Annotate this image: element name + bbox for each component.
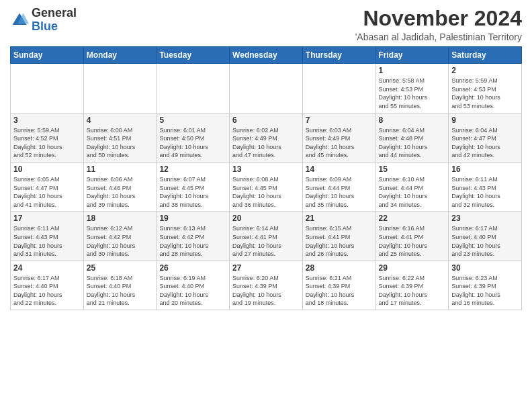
day-info: Sunrise: 6:10 AM Sunset: 4:44 PM Dayligh… [379, 175, 446, 209]
day-number: 8 [379, 116, 446, 125]
calendar-cell: 14Sunrise: 6:09 AM Sunset: 4:44 PM Dayli… [302, 162, 375, 211]
logo-blue: Blue [32, 19, 58, 33]
logo-icon [10, 11, 29, 30]
logo: General Blue [10, 7, 77, 34]
day-number: 2 [451, 66, 519, 75]
calendar-cell: 17Sunrise: 6:11 AM Sunset: 4:43 PM Dayli… [11, 212, 84, 261]
day-info: Sunrise: 6:18 AM Sunset: 4:40 PM Dayligh… [87, 274, 154, 308]
day-info: Sunrise: 6:12 AM Sunset: 4:42 PM Dayligh… [87, 224, 154, 258]
day-number: 15 [379, 165, 446, 174]
calendar-cell: 21Sunrise: 6:15 AM Sunset: 4:41 PM Dayli… [302, 212, 375, 261]
calendar-cell: 24Sunrise: 6:17 AM Sunset: 4:40 PM Dayli… [11, 261, 84, 310]
day-number: 30 [451, 263, 519, 273]
calendar-cell: 5Sunrise: 6:01 AM Sunset: 4:50 PM Daylig… [157, 113, 230, 162]
weekday-header-friday: Friday [375, 47, 449, 64]
calendar-cell: 30Sunrise: 6:23 AM Sunset: 4:39 PM Dayli… [449, 261, 522, 310]
calendar-cell: 25Sunrise: 6:18 AM Sunset: 4:40 PM Dayli… [83, 261, 157, 310]
day-info: Sunrise: 6:17 AM Sunset: 4:40 PM Dayligh… [13, 274, 81, 308]
calendar-cell: 29Sunrise: 6:22 AM Sunset: 4:39 PM Dayli… [375, 261, 449, 310]
day-info: Sunrise: 6:02 AM Sunset: 4:49 PM Dayligh… [232, 126, 300, 160]
calendar-cell: 6Sunrise: 6:02 AM Sunset: 4:49 PM Daylig… [230, 113, 303, 162]
calendar-cell: 3Sunrise: 5:59 AM Sunset: 4:52 PM Daylig… [11, 113, 84, 162]
day-info: Sunrise: 6:17 AM Sunset: 4:40 PM Dayligh… [451, 224, 519, 258]
logo-general: General [32, 6, 77, 19]
weekday-header-sunday: Sunday [11, 47, 84, 64]
day-info: Sunrise: 6:05 AM Sunset: 4:47 PM Dayligh… [13, 175, 81, 209]
day-info: Sunrise: 6:09 AM Sunset: 4:44 PM Dayligh… [306, 175, 373, 209]
day-number: 14 [306, 165, 373, 174]
day-info: Sunrise: 6:00 AM Sunset: 4:51 PM Dayligh… [87, 126, 154, 160]
calendar-cell: 8Sunrise: 6:04 AM Sunset: 4:48 PM Daylig… [375, 113, 449, 162]
calendar-cell: 13Sunrise: 6:08 AM Sunset: 4:45 PM Dayli… [230, 162, 303, 211]
month-title: November 2024 [355, 7, 522, 30]
weekday-header-saturday: Saturday [449, 47, 522, 64]
day-info: Sunrise: 5:58 AM Sunset: 4:53 PM Dayligh… [379, 77, 446, 110]
calendar-cell: 4Sunrise: 6:00 AM Sunset: 4:51 PM Daylig… [83, 113, 157, 162]
calendar-cell: 22Sunrise: 6:16 AM Sunset: 4:41 PM Dayli… [375, 212, 449, 261]
day-info: Sunrise: 6:04 AM Sunset: 4:48 PM Dayligh… [379, 126, 446, 160]
calendar-cell [83, 64, 157, 113]
day-number: 7 [306, 116, 373, 125]
day-number: 1 [379, 66, 446, 75]
day-number: 20 [232, 214, 300, 223]
day-number: 26 [159, 263, 226, 273]
calendar-cell: 18Sunrise: 6:12 AM Sunset: 4:42 PM Dayli… [83, 212, 157, 261]
day-number: 17 [13, 214, 81, 223]
calendar: SundayMondayTuesdayWednesdayThursdayFrid… [10, 46, 522, 310]
day-number: 3 [13, 116, 81, 125]
day-info: Sunrise: 6:13 AM Sunset: 4:42 PM Dayligh… [159, 224, 226, 258]
calendar-cell: 7Sunrise: 6:03 AM Sunset: 4:49 PM Daylig… [302, 113, 375, 162]
week-row-1: 1Sunrise: 5:58 AM Sunset: 4:53 PM Daylig… [11, 64, 522, 113]
calendar-cell: 28Sunrise: 6:21 AM Sunset: 4:39 PM Dayli… [302, 261, 375, 310]
day-number: 9 [451, 116, 519, 125]
day-info: Sunrise: 5:59 AM Sunset: 4:52 PM Dayligh… [13, 126, 81, 160]
calendar-cell: 20Sunrise: 6:14 AM Sunset: 4:41 PM Dayli… [230, 212, 303, 261]
day-info: Sunrise: 5:59 AM Sunset: 4:53 PM Dayligh… [451, 77, 519, 110]
header: General Blue November 2024 'Abasan al Ja… [10, 7, 522, 42]
location: 'Abasan al Jadidah, Palestinian Territor… [355, 32, 522, 42]
calendar-cell: 23Sunrise: 6:17 AM Sunset: 4:40 PM Dayli… [449, 212, 522, 261]
page: General Blue November 2024 'Abasan al Ja… [0, 0, 532, 411]
calendar-cell: 15Sunrise: 6:10 AM Sunset: 4:44 PM Dayli… [375, 162, 449, 211]
calendar-cell [157, 64, 230, 113]
day-number: 25 [87, 263, 154, 273]
weekday-header-tuesday: Tuesday [157, 47, 230, 64]
day-info: Sunrise: 6:03 AM Sunset: 4:49 PM Dayligh… [306, 126, 373, 160]
title-section: November 2024 'Abasan al Jadidah, Palest… [355, 7, 522, 42]
weekday-header-wednesday: Wednesday [230, 47, 303, 64]
day-info: Sunrise: 6:16 AM Sunset: 4:41 PM Dayligh… [379, 224, 446, 258]
day-info: Sunrise: 6:21 AM Sunset: 4:39 PM Dayligh… [306, 274, 373, 308]
calendar-cell: 26Sunrise: 6:19 AM Sunset: 4:40 PM Dayli… [157, 261, 230, 310]
day-number: 24 [13, 263, 81, 273]
week-row-3: 10Sunrise: 6:05 AM Sunset: 4:47 PM Dayli… [11, 162, 522, 211]
day-number: 23 [451, 214, 519, 223]
day-number: 21 [306, 214, 373, 223]
day-info: Sunrise: 6:08 AM Sunset: 4:45 PM Dayligh… [232, 175, 300, 209]
day-info: Sunrise: 6:22 AM Sunset: 4:39 PM Dayligh… [379, 274, 446, 308]
day-info: Sunrise: 6:07 AM Sunset: 4:45 PM Dayligh… [159, 175, 226, 209]
day-info: Sunrise: 6:19 AM Sunset: 4:40 PM Dayligh… [159, 274, 226, 308]
day-number: 19 [159, 214, 226, 223]
day-info: Sunrise: 6:15 AM Sunset: 4:41 PM Dayligh… [306, 224, 373, 258]
day-info: Sunrise: 6:14 AM Sunset: 4:41 PM Dayligh… [232, 224, 300, 258]
day-number: 11 [87, 165, 154, 174]
day-info: Sunrise: 6:06 AM Sunset: 4:46 PM Dayligh… [87, 175, 154, 209]
day-number: 5 [159, 116, 226, 125]
day-number: 27 [232, 263, 300, 273]
day-info: Sunrise: 6:04 AM Sunset: 4:47 PM Dayligh… [451, 126, 519, 160]
calendar-cell [11, 64, 84, 113]
calendar-cell [302, 64, 375, 113]
day-number: 16 [451, 165, 519, 174]
calendar-cell: 19Sunrise: 6:13 AM Sunset: 4:42 PM Dayli… [157, 212, 230, 261]
day-info: Sunrise: 6:11 AM Sunset: 4:43 PM Dayligh… [13, 224, 81, 258]
day-number: 22 [379, 214, 446, 223]
day-info: Sunrise: 6:01 AM Sunset: 4:50 PM Dayligh… [159, 126, 226, 160]
day-info: Sunrise: 6:11 AM Sunset: 4:43 PM Dayligh… [451, 175, 519, 209]
calendar-cell: 11Sunrise: 6:06 AM Sunset: 4:46 PM Dayli… [83, 162, 157, 211]
week-row-2: 3Sunrise: 5:59 AM Sunset: 4:52 PM Daylig… [11, 113, 522, 162]
week-row-5: 24Sunrise: 6:17 AM Sunset: 4:40 PM Dayli… [11, 261, 522, 310]
calendar-cell: 27Sunrise: 6:20 AM Sunset: 4:39 PM Dayli… [230, 261, 303, 310]
calendar-cell: 1Sunrise: 5:58 AM Sunset: 4:53 PM Daylig… [375, 64, 449, 113]
day-number: 29 [379, 263, 446, 273]
day-info: Sunrise: 6:20 AM Sunset: 4:39 PM Dayligh… [232, 274, 300, 308]
